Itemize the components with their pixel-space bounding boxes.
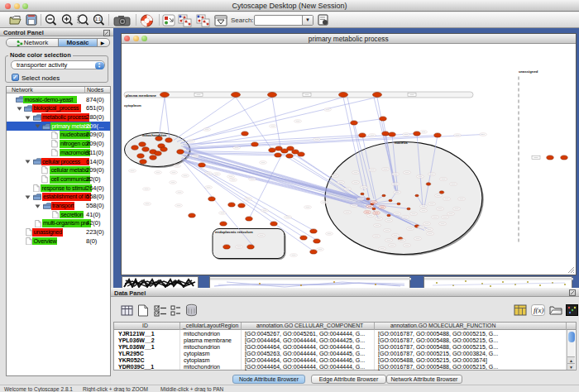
svg-text:plasma membrane: plasma membrane: [126, 93, 156, 97]
svg-text:1:1: 1:1: [95, 17, 101, 22]
svg-text:endoplasmic reticulum: endoplasmic reticulum: [215, 230, 253, 234]
svg-text:f(x): f(x): [534, 306, 544, 314]
svg-text:mitochondrion: mitochondrion: [142, 133, 167, 137]
svg-text:cytoplasm: cytoplasm: [124, 103, 141, 108]
svg-text:nucleus: nucleus: [395, 141, 408, 145]
svg-text:unassigned: unassigned: [519, 69, 538, 74]
